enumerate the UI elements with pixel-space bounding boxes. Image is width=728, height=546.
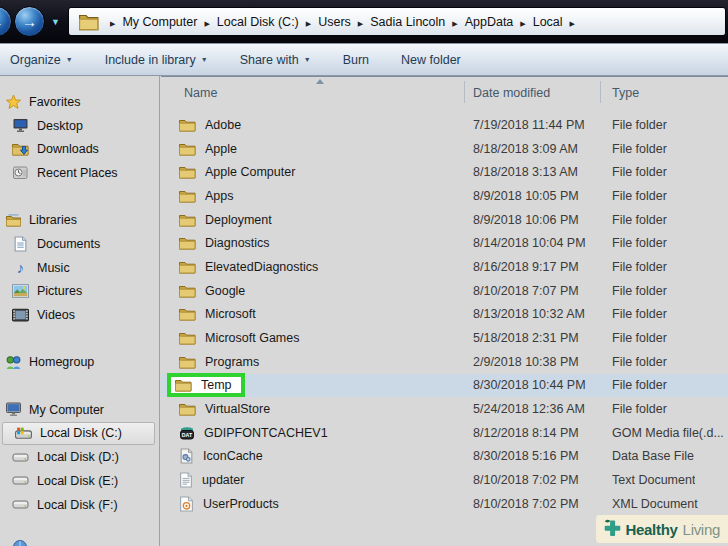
folder-icon [179,307,196,321]
column-separator[interactable] [600,81,601,103]
toolbar-item-label: Organize [10,53,61,67]
sidebar-item-local-disk-f[interactable]: Local Disk (F:) [0,493,159,517]
file-date-modified: 5/18/2018 2:31 PM [473,331,579,345]
file-row-updater[interactable]: updater8/10/2018 7:02 PMText Document [161,468,728,492]
sidebar-item-downloads[interactable]: Downloads [0,137,159,161]
breadcrumb-item[interactable]: My Computer [122,15,197,29]
file-row-virtualstore[interactable]: VirtualStore5/24/2018 12:36 AMFile folde… [161,397,728,421]
sidebar-item-local-disk-d[interactable]: Local Disk (D:) [0,445,159,469]
sidebar-group-my-computer[interactable]: My Computer [0,398,159,422]
file-row-iconcache[interactable]: IconCache8/30/2018 5:16 PMData Base File [161,445,728,469]
file-name: IconCache [203,449,263,463]
svg-text:DAT: DAT [182,432,193,438]
sidebar-spacer [0,374,159,398]
file-date-modified: 8/10/2018 7:07 PM [473,284,579,298]
file-row-userproducts[interactable]: UserProducts8/10/2018 7:02 PMXML Documen… [161,492,728,516]
column-separator[interactable] [464,81,465,103]
column-header-date-modified[interactable]: Date modified [473,86,550,100]
file-name-cell: ElevatedDiagnostics [173,259,324,275]
file-type: File folder [612,236,667,250]
file-name-cell: Adobe [173,117,247,133]
file-date-modified: 8/10/2018 7:02 PM [473,497,579,511]
file-name: Temp [201,378,232,392]
sidebar-item-label: Music [37,261,70,275]
toolbar-item-label: Share with [240,53,299,67]
sidebar-item-desktop[interactable]: Desktop [0,114,159,138]
toolbar-item-share-with[interactable]: Share with▼ [240,53,311,67]
folder-icon [179,213,196,227]
folder-icon [175,378,192,392]
file-type: GOM Media file(.d... [612,426,724,440]
file-row-programs[interactable]: Programs2/9/2018 10:38 PMFile folder [161,350,728,374]
toolbar-item-burn[interactable]: Burn [343,53,369,67]
file-row-temp[interactable]: Temp8/30/2018 10:44 PMFile folder [161,374,728,398]
file-type: File folder [612,118,667,132]
dropdown-caret-icon: ▼ [201,56,208,63]
file-list: Adobe7/19/2018 11:44 PMFile folderApple8… [161,113,728,516]
sidebar-group-favorites[interactable]: Favorites [0,90,159,114]
file-name-cell: updater [173,471,250,489]
file-row-microsoft[interactable]: Microsoft8/13/2018 10:32 AMFile folder [161,303,728,327]
disk-icon [12,475,29,486]
file-row-apple[interactable]: Apple8/18/2018 3:09 AMFile folder [161,137,728,161]
file-date-modified: 8/18/2018 3:09 AM [473,142,578,156]
file-row-apps[interactable]: Apps8/9/2018 10:05 PMFile folder [161,184,728,208]
file-name-cell: Microsoft [173,306,262,322]
toolbar-item-new-folder[interactable]: New folder [401,53,461,67]
breadcrumb-item[interactable]: Sadia Lincoln [370,15,445,29]
back-arrow-icon: ← [0,14,4,29]
downloads-icon [12,142,29,156]
breadcrumb-arrow-icon: ▶ [204,20,209,27]
file-name-cell: VirtualStore [173,401,276,417]
file-name-cell: IconCache [173,447,269,465]
column-header-name[interactable]: Name [184,86,217,100]
file-row-elevateddiagnostics[interactable]: ElevatedDiagnostics8/16/2018 9:17 PMFile… [161,255,728,279]
file-type: File folder [612,213,667,227]
sidebar-item-videos[interactable]: Videos [0,303,159,327]
breadcrumb-item[interactable]: Local Disk (C:) [217,15,299,29]
breadcrumb-item[interactable]: AppData [465,15,514,29]
file-name: ElevatedDiagnostics [205,260,318,274]
sidebar-item-local-disk-c[interactable]: Local Disk (C:) [2,422,155,446]
file-row-microsoft-games[interactable]: Microsoft Games5/18/2018 2:31 PMFile fol… [161,326,728,350]
network-icon [12,538,28,546]
file-type: File folder [612,402,667,416]
sidebar-item-pictures[interactable]: Pictures [0,280,159,304]
explorer-window: ← → ▼ ▶My Computer▶Local Disk (C:)▶Users… [0,0,728,546]
sidebar-group-homegroup[interactable]: Homegroup [0,351,159,375]
breadcrumb-arrow-icon: ▶ [452,20,457,27]
file-row-gdipfontcachev1[interactable]: DATGDIPFONTCACHEV18/12/2018 8:14 PMGOM M… [161,421,728,445]
file-name: Diagnostics [205,236,270,250]
file-row-diagnostics[interactable]: Diagnostics8/14/2018 10:04 PMFile folder [161,231,728,255]
forward-button[interactable]: → [14,6,45,37]
file-name: Deployment [205,213,272,227]
column-header-type[interactable]: Type [612,86,639,100]
sidebar-item-music[interactable]: ♪Music [0,256,159,280]
sidebar-item-recent-places[interactable]: Recent Places [0,161,159,185]
file-row-adobe[interactable]: Adobe7/19/2018 11:44 PMFile folder [161,113,728,137]
disk-icon [12,499,29,510]
recent-pages-chevron-icon[interactable]: ▼ [51,17,60,27]
file-name: Google [205,284,245,298]
toolbar-item-include-in-library[interactable]: Include in library▼ [105,53,208,67]
file-name: Programs [205,355,259,369]
file-row-google[interactable]: Google8/10/2018 7:07 PMFile folder [161,279,728,303]
sidebar-item-documents[interactable]: Documents [0,232,159,256]
sidebar-group-libraries[interactable]: Libraries [0,208,159,232]
breadcrumb-item[interactable]: Local [533,15,563,29]
address-bar[interactable]: ▶My Computer▶Local Disk (C:)▶Users▶Sadia… [68,7,726,36]
file-row-apple-computer[interactable]: Apple Computer8/18/2018 3:13 AMFile fold… [161,160,728,184]
file-name-cell: Apps [173,188,240,204]
breadcrumb-arrow-icon[interactable]: ▶ [570,20,575,27]
sidebar-item-local-disk-e[interactable]: Local Disk (E:) [0,469,159,493]
back-button[interactable]: ← [0,6,12,37]
command-toolbar: Organize▼Include in library▼Share with▼B… [0,43,728,76]
folder-icon [179,355,196,369]
toolbar-item-organize[interactable]: Organize▼ [10,53,73,67]
database-file-icon [179,448,194,464]
sidebar-group-label: My Computer [29,403,104,417]
dropdown-caret-icon: ▼ [66,56,73,63]
file-row-deployment[interactable]: Deployment8/9/2018 10:06 PMFile folder [161,208,728,232]
folder-icon [179,189,196,203]
breadcrumb-item[interactable]: Users [318,15,351,29]
